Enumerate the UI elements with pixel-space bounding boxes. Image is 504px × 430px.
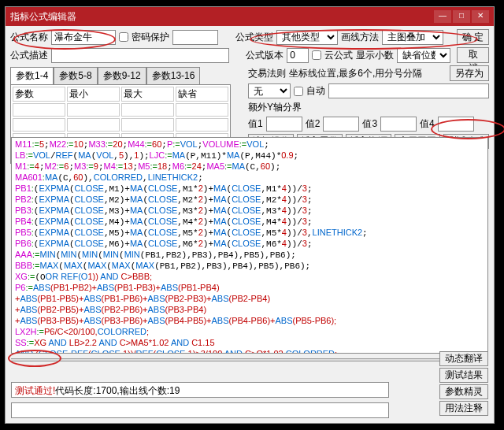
splitter[interactable] [11,358,488,361]
test-pass-text: 测试通过! [15,385,55,396]
password-label: 密码保护 [132,31,169,44]
dec-label: 显示小数 [356,49,394,62]
tab-params-5-8[interactable]: 参数5-8 [54,67,97,84]
rule-label: 交易法则 [248,67,286,80]
y1-input[interactable] [266,117,302,132]
status-bar: 测试通过!代码长度:1700,输出线个数:19 [11,382,389,398]
auto-checkbox[interactable] [294,87,303,96]
tab-params-9-12[interactable]: 参数9-12 [98,67,146,84]
table-row [13,103,228,117]
ok-button[interactable]: 确 定 [457,29,489,45]
y2-input[interactable] [323,117,359,132]
compile-button[interactable]: 动态翻译 [439,351,488,366]
minimize-button[interactable]: — [434,10,451,23]
code-editor[interactable]: M11:=5;M22:=10;M33:=20;M44:=60;P:=VOL;VO… [11,137,488,354]
saveas-button[interactable]: 另存为 [450,65,489,81]
titlebar: 指标公式编辑器 — □ ✕ [6,7,494,26]
decimal-select[interactable]: 缺省位数 [397,48,450,63]
auto-label: 自动 [306,84,325,98]
desc-label: 公式描述 [10,49,48,62]
coord-input[interactable] [328,83,489,98]
version-input[interactable] [287,48,309,63]
output-panel [11,402,389,418]
draw-method-select[interactable]: 主图叠加 [382,30,443,45]
editor-window: 指标公式编辑器 — □ ✕ 公式名称 密码保护 公式类型 其他类型 画线方法 主… [5,6,495,424]
password-checkbox[interactable] [119,32,128,42]
draw-label: 画线方法 [341,31,379,44]
formula-name-input[interactable] [51,30,116,45]
formula-type-select[interactable]: 其他类型 [276,30,338,45]
result-button[interactable]: 测试结果 [439,368,488,383]
maximize-button[interactable]: □ [453,10,470,23]
window-title: 指标公式编辑器 [10,10,434,24]
cloud-checkbox[interactable] [312,50,321,60]
status-text: 代码长度:1700,输出线个数:19 [55,385,180,396]
wizard-button[interactable]: 参数精灵 [439,384,488,399]
name-label: 公式名称 [10,31,48,44]
close-button[interactable]: ✕ [472,10,489,23]
desc-input[interactable] [51,48,229,63]
table-row [13,118,228,132]
coord-label: 坐标线位置,最多6个,用分号分隔 [289,67,447,80]
tab-params-13-16[interactable]: 参数13-16 [146,67,201,84]
comment-button[interactable]: 用法注释 [439,401,488,416]
ver-label: 公式版本 [246,49,284,62]
yaxis-label: 额外Y轴分界 [248,101,302,114]
y4-input[interactable] [438,117,474,132]
y3-input[interactable] [380,117,417,132]
password-input[interactable] [172,30,218,45]
rule-select[interactable]: 无 [248,83,291,98]
type-label: 公式类型 [235,31,273,44]
cancel-button[interactable]: 取 消 [457,47,489,63]
tab-params-1-4[interactable]: 参数1-4 [10,67,54,84]
cloud-label: 云公式 [324,49,353,62]
